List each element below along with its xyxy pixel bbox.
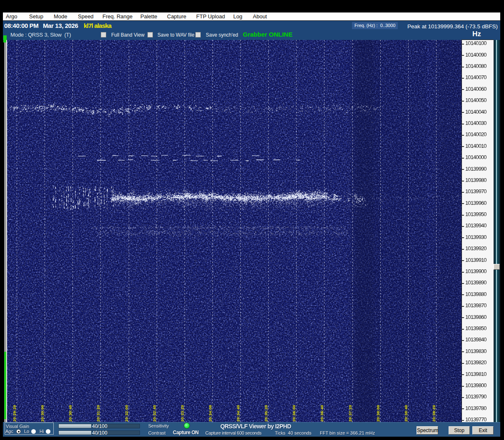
svg-text:20:29:20: 20:29:20: [12, 405, 17, 422]
svg-text:20:38:40: 20:38:40: [404, 405, 408, 422]
svg-text:20:33:20: 20:33:20: [180, 405, 185, 422]
svg-text:20:34:40: 20:34:40: [236, 405, 240, 422]
svg-text:20:36:00: 20:36:00: [292, 405, 296, 422]
svg-text:20:31:20: 20:31:20: [96, 405, 100, 422]
svg-text:20:30:40: 20:30:40: [68, 405, 72, 422]
svg-text:20:30:00: 20:30:00: [40, 405, 45, 422]
svg-text:20:37:20: 20:37:20: [348, 405, 352, 422]
svg-text:20:35:20: 20:35:20: [264, 405, 268, 422]
svg-text:20:38:00: 20:38:00: [376, 405, 380, 422]
svg-text:20:32:00: 20:32:00: [124, 405, 129, 422]
svg-text:20:36:40: 20:36:40: [319, 405, 324, 422]
svg-text:20:34:00: 20:34:00: [208, 405, 212, 422]
svg-text:20:39:20: 20:39:20: [432, 405, 436, 422]
svg-text:20:32:40: 20:32:40: [152, 405, 157, 422]
